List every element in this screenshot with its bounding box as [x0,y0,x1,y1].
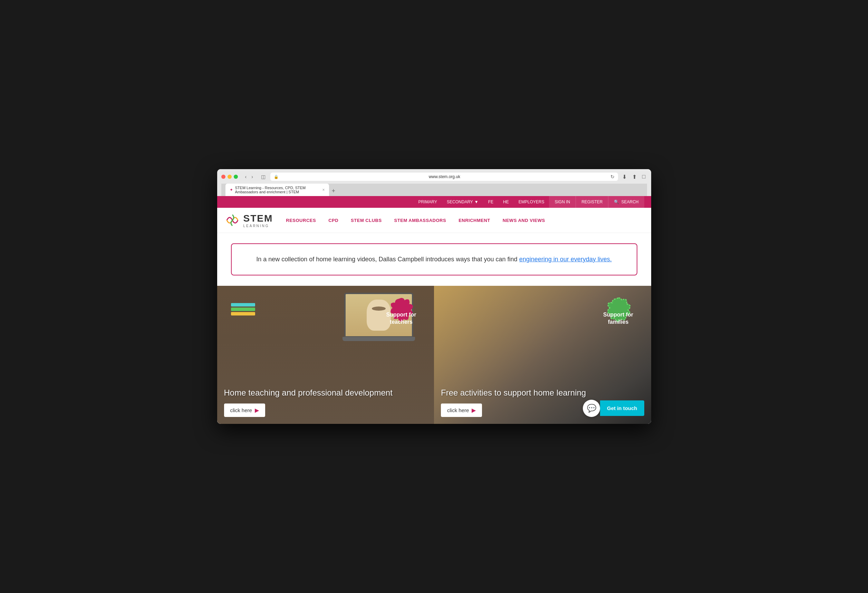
reload-icon: ↻ [610,174,614,180]
chevron-down-icon: ▼ [474,199,478,204]
new-tab-plus-button[interactable]: + [329,186,338,196]
active-tab[interactable]: ✦ STEM Learning - Resources, CPD, STEM A… [226,184,329,196]
minimize-window-button[interactable] [227,175,232,179]
register-button[interactable]: REGISTER [576,196,608,208]
top-nav-bar: PRIMARY SECONDARY ▼ FE HE EMPLOYERS SIGN… [217,196,651,208]
book-1 [231,303,255,307]
traffic-lights [221,175,238,179]
search-icon: 🔍 [614,199,619,204]
nav-stem-ambassadors[interactable]: STEM AMBASSADORS [388,211,453,230]
families-cta-label: click here [447,407,469,413]
teachers-card[interactable]: Support for teachers Home teaching and p… [217,286,434,424]
nav-secondary[interactable]: SECONDARY ▼ [442,196,483,208]
nav-resources[interactable]: RESOURCES [280,211,322,230]
main-nav-bar: STEM LEARNING RESOURCES CPD STEM CLUBS S… [217,208,651,233]
maximize-window-button[interactable] [234,175,238,179]
nav-news-and-views[interactable]: NEWS AND VIEWS [496,211,551,230]
teachers-cta-label: click here [230,407,252,413]
teachers-card-title: Home teaching and professional developme… [224,387,427,398]
chat-widget: 💬 Get in touch [583,400,644,417]
families-card[interactable]: Support for families Free activities to … [434,286,651,424]
address-bar[interactable]: 🔒 www.stem.org.uk ↻ [270,173,618,181]
main-nav-links: RESOURCES CPD STEM CLUBS STEM AMBASSADOR… [280,211,644,230]
tab-bar: ✦ STEM Learning - Resources, CPD, STEM A… [221,184,647,196]
families-badge: Support for families [596,296,641,341]
browser-chrome: ‹ › ◫ 🔒 www.stem.org.uk ↻ ⬇ ⬆ □ ✦ STEM L… [217,169,651,196]
tab-favicon-icon: ✦ [230,187,233,192]
teachers-badge-text: Support for teachers [379,308,424,329]
book-2 [231,308,255,311]
website-content: PRIMARY SECONDARY ▼ FE HE EMPLOYERS SIGN… [217,196,651,424]
browser-actions: ⬇ ⬆ □ [621,173,647,181]
teachers-badge: Support for teachers [379,296,424,341]
lock-icon: 🔒 [274,175,279,179]
teachers-card-bottom: Home teaching and professional developme… [217,382,434,424]
nav-cpd[interactable]: CPD [322,211,345,230]
teachers-arrow-icon: ▶ [255,407,259,413]
top-nav-links: PRIMARY SECONDARY ▼ FE HE EMPLOYERS [413,196,549,208]
logo-text: STEM LEARNING [244,213,273,228]
new-tab-button[interactable]: □ [641,173,647,180]
nav-he[interactable]: HE [498,196,514,208]
hero-banner: In a new collection of home learning vid… [217,233,651,286]
close-window-button[interactable] [221,175,226,179]
tab-close-icon[interactable]: × [322,187,325,192]
families-arrow-icon: ▶ [472,407,476,413]
top-nav-actions: SIGN IN REGISTER 🔍 SEARCH [549,196,644,208]
announcement-text-before: In a new collection of home learning vid… [256,256,517,263]
announcement-text: In a new collection of home learning vid… [252,254,616,264]
nav-fe[interactable]: FE [483,196,498,208]
book-3 [231,312,255,316]
nav-employers[interactable]: EMPLOYERS [514,196,549,208]
search-button[interactable]: 🔍 SEARCH [608,196,644,208]
share-button[interactable]: ⬆ [631,173,638,181]
logo-area[interactable]: STEM LEARNING [224,208,273,233]
books-decoration [231,303,255,317]
tab-title: STEM Learning - Resources, CPD, STEM Amb… [235,186,319,194]
get-in-touch-button[interactable]: Get in touch [600,400,644,416]
teachers-click-here-button[interactable]: click here ▶ [224,404,265,417]
nav-stem-clubs[interactable]: STEM CLUBS [345,211,388,230]
announcement-link[interactable]: engineering in our everyday lives. [519,256,612,263]
back-button[interactable]: ‹ [244,173,249,180]
forward-button[interactable]: › [249,173,255,180]
image-cards: Support for teachers Home teaching and p… [217,286,651,424]
chat-icon-button[interactable]: 💬 [583,400,600,417]
families-card-title: Free activities to support home learning [441,387,644,398]
url-text: www.stem.org.uk [281,174,608,179]
chat-bubble-icon: 💬 [587,404,596,413]
sidebar-button[interactable]: ◫ [259,173,267,180]
logo-learning-text: LEARNING [244,224,273,228]
browser-window: ‹ › ◫ 🔒 www.stem.org.uk ↻ ⬇ ⬆ □ ✦ STEM L… [217,169,651,424]
browser-titlebar: ‹ › ◫ 🔒 www.stem.org.uk ↻ ⬇ ⬆ □ [221,173,647,184]
families-click-here-button[interactable]: click here ▶ [441,404,482,417]
browser-nav-buttons: ‹ › [244,173,255,180]
families-badge-text: Support for families [596,308,641,329]
logo-stem-text: STEM [244,213,273,224]
nav-primary[interactable]: PRIMARY [413,196,442,208]
sign-in-button[interactable]: SIGN IN [549,196,576,208]
nav-enrichment[interactable]: ENRICHMENT [452,211,496,230]
announcement-box: In a new collection of home learning vid… [231,243,637,276]
download-button[interactable]: ⬇ [621,173,628,181]
stem-logo-icon [224,212,241,229]
